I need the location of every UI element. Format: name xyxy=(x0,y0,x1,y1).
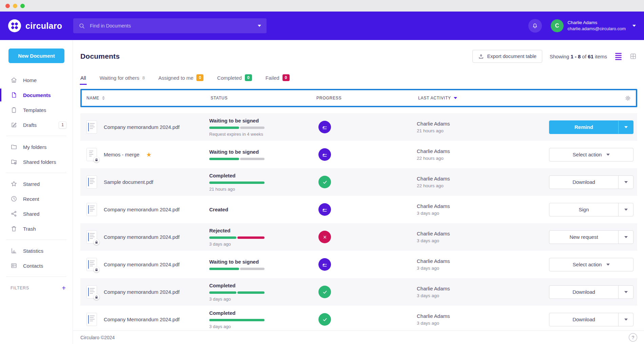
sign-button[interactable]: Sign xyxy=(549,203,618,216)
action-dropdown-button[interactable] xyxy=(618,286,633,299)
document-name[interactable]: Sample document.pdf xyxy=(104,179,153,185)
sidebar-item-trash[interactable]: Trash xyxy=(0,221,73,236)
notifications-button[interactable] xyxy=(528,19,542,33)
signature-badge xyxy=(318,121,331,133)
activity-time: 3 days ago xyxy=(417,321,549,326)
table-settings-button[interactable] xyxy=(624,94,632,102)
bell-icon xyxy=(532,23,538,29)
app-header: circularo C Charlie Adams charlie.adams@… xyxy=(0,12,644,40)
window-minimize-button[interactable] xyxy=(13,4,17,8)
starred-icon[interactable]: ★ xyxy=(146,152,152,158)
document-thumbnail xyxy=(86,313,97,326)
list-view-icon xyxy=(615,53,622,60)
select-action-button[interactable]: Select action xyxy=(549,258,633,271)
sidebar-item-templates[interactable]: Templates xyxy=(0,102,73,117)
new-document-button[interactable]: New Document xyxy=(8,49,64,63)
window-titlebar xyxy=(0,0,644,12)
document-name[interactable]: Company memorandum 2024.pdf xyxy=(104,289,179,295)
tab-failed[interactable]: Failed 0 xyxy=(266,71,290,85)
sidebar-item-shared-folders[interactable]: Shared folders xyxy=(0,154,73,169)
sidebar-item-recent[interactable]: Recent xyxy=(0,191,73,206)
action-dropdown-button[interactable] xyxy=(618,231,633,244)
global-search[interactable] xyxy=(73,18,267,33)
signature-badge xyxy=(318,148,331,161)
tab-completed[interactable]: Completed 0 xyxy=(217,71,252,85)
download-button[interactable]: Download xyxy=(549,286,618,299)
share-icon xyxy=(11,210,17,217)
lock-icon xyxy=(94,157,99,163)
search-input[interactable] xyxy=(89,23,254,29)
sidebar-item-shared[interactable]: Shared xyxy=(0,206,73,221)
download-button[interactable]: Download xyxy=(549,176,618,189)
export-document-table-button[interactable]: Export document table xyxy=(472,50,542,63)
search-icon xyxy=(79,23,85,29)
sidebar-item-label: Contacts xyxy=(23,263,43,269)
sort-desc-icon[interactable] xyxy=(454,97,457,99)
user-menu-caret-icon xyxy=(632,25,636,27)
sidebar-item-home[interactable]: Home xyxy=(0,73,73,88)
sidebar-item-my-folders[interactable]: My folders xyxy=(0,139,73,154)
select-action-button[interactable]: Select action xyxy=(549,148,633,161)
table-row[interactable]: Company memorandum 2024.pdf Waiting to b… xyxy=(80,113,637,141)
window-close-button[interactable] xyxy=(5,4,10,8)
document-name[interactable]: Memos - merge xyxy=(104,152,139,157)
action-dropdown-button[interactable] xyxy=(618,203,633,216)
column-status: STATUS xyxy=(211,96,228,100)
search-scope-caret-icon[interactable] xyxy=(258,25,261,27)
tab-assigned-to-me[interactable]: Assigned to me 0 xyxy=(158,71,203,85)
tab-all[interactable]: All xyxy=(80,71,86,85)
tab-waiting-for-others[interactable]: Waiting for others 8 xyxy=(100,71,145,85)
table-row[interactable]: Company memorandum 2024.pdf Waiting to b… xyxy=(80,251,637,278)
document-name[interactable]: Company memorandum 2024.pdf xyxy=(104,262,179,267)
showing-range: 1 - 8 xyxy=(570,54,581,59)
table-row[interactable]: Company memorandum 2024.pdf Rejected 3 d… xyxy=(80,223,637,251)
sidebar-item-starred[interactable]: Starred xyxy=(0,176,73,191)
status-subtext: 3 days ago xyxy=(209,242,301,247)
user-menu[interactable]: C Charlie Adams charlie.adams@circularo.… xyxy=(551,19,636,32)
table-row[interactable]: Company Memorandum 2024.pdf Completed 3 … xyxy=(80,306,637,333)
clipboard-icon xyxy=(11,107,17,113)
sidebar-item-drafts[interactable]: Drafts 1 xyxy=(0,117,73,132)
table-row[interactable]: Company memorandum 2024.pdf Completed 3 … xyxy=(80,278,637,306)
grid-view-button[interactable] xyxy=(629,52,637,60)
document-name[interactable]: Company memorandum 2024.pdf xyxy=(104,234,179,240)
grid-view-icon xyxy=(630,53,637,60)
activity-time: 22 hours ago xyxy=(417,156,549,161)
activity-user: Charlie Adams xyxy=(417,313,549,319)
table-row[interactable]: Sample document.pdf Completed 21 hours a… xyxy=(80,168,637,196)
signature-badge xyxy=(318,258,331,271)
help-button[interactable]: ? xyxy=(629,333,637,342)
table-row[interactable]: Company memorandum 2024.pdf Created Char… xyxy=(80,196,637,223)
tab-count-badge: 0 xyxy=(245,74,252,81)
lock-icon xyxy=(94,267,99,272)
add-filter-button[interactable]: + xyxy=(60,285,67,291)
sidebar-divider xyxy=(6,276,66,277)
sidebar-item-label: Trash xyxy=(23,226,36,232)
remind-button[interactable]: Remind xyxy=(549,121,618,134)
document-name[interactable]: Company memorandum 2024.pdf xyxy=(104,207,179,212)
document-thumbnail xyxy=(86,285,97,299)
circularo-logo-icon xyxy=(8,19,21,32)
window-zoom-button[interactable] xyxy=(20,4,25,8)
activity-user: Charlie Adams xyxy=(417,286,549,291)
sidebar-item-documents[interactable]: Documents xyxy=(0,88,73,102)
action-dropdown-button[interactable] xyxy=(618,121,633,134)
document-name[interactable]: Company Memorandum 2024.pdf xyxy=(104,317,179,322)
action-dropdown-button[interactable] xyxy=(618,313,633,326)
sort-name-control[interactable] xyxy=(102,96,105,100)
sidebar-divider xyxy=(6,173,66,173)
brand-logo[interactable]: circularo xyxy=(8,19,73,32)
clock-icon xyxy=(11,195,17,202)
showing-total: 61 xyxy=(588,54,593,59)
sidebar-item-statistics[interactable]: Statistics xyxy=(0,243,73,258)
document-name[interactable]: Company memorandum 2024.pdf xyxy=(104,124,179,130)
table-row[interactable]: Memos - merge ★ Waiting to be signed Cha… xyxy=(80,141,637,168)
action-dropdown-button[interactable] xyxy=(618,176,633,189)
sidebar-item-contacts[interactable]: Contacts xyxy=(0,258,73,273)
download-button[interactable]: Download xyxy=(549,313,618,326)
list-view-button[interactable] xyxy=(614,52,622,61)
new-request-button[interactable]: New request xyxy=(549,231,618,244)
star-icon xyxy=(11,180,17,187)
trash-icon xyxy=(11,225,17,232)
activity-user: Charlie Adams xyxy=(417,148,549,154)
